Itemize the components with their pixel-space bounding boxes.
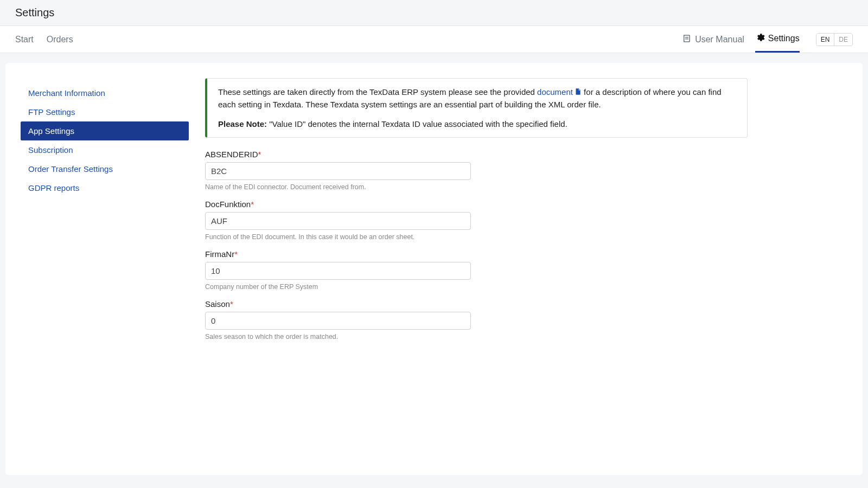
sidebar-item-ftp-settings[interactable]: FTP Settings bbox=[21, 102, 189, 121]
pdf-icon bbox=[574, 87, 582, 99]
nav-start[interactable]: Start bbox=[15, 35, 34, 44]
firmanr-input[interactable] bbox=[205, 262, 471, 280]
nav-left: Start Orders bbox=[15, 35, 73, 44]
absenderid-input[interactable] bbox=[205, 162, 471, 180]
required-mark: * bbox=[230, 299, 233, 309]
gear-icon bbox=[755, 33, 765, 44]
nav-right: User Manual Settings EN DE bbox=[682, 26, 853, 53]
content-card: Merchant Information FTP Settings App Se… bbox=[5, 63, 863, 475]
page-title: Settings bbox=[15, 7, 853, 19]
notice-note-text: "Value ID" denotes the internal Texdata … bbox=[267, 119, 567, 129]
field-help: Sales season to which the order is match… bbox=[205, 333, 748, 341]
sidebar-item-gdpr-reports[interactable]: GDPR reports bbox=[21, 178, 189, 197]
notice-note-label: Please Note: bbox=[218, 119, 267, 129]
field-absenderid: ABSENDERID* Name of the EDI connector. D… bbox=[205, 150, 748, 191]
field-help: Function of the EDI document. In this ca… bbox=[205, 233, 748, 241]
notice-box: These settings are taken directly from t… bbox=[205, 78, 748, 138]
sidebar: Merchant Information FTP Settings App Se… bbox=[21, 78, 189, 453]
field-saison: Saison* Sales season to which the order … bbox=[205, 299, 748, 341]
notice-line-1: These settings are taken directly from t… bbox=[218, 86, 736, 111]
notice-document-link[interactable]: document bbox=[537, 87, 582, 97]
field-label: DocFunktion* bbox=[205, 200, 748, 209]
book-icon bbox=[682, 34, 692, 46]
notice-line-2: Please Note: "Value ID" denotes the inte… bbox=[218, 118, 736, 130]
saison-input[interactable] bbox=[205, 312, 471, 330]
sidebar-item-subscription[interactable]: Subscription bbox=[21, 140, 189, 159]
lang-switch: EN DE bbox=[816, 33, 853, 46]
sidebar-item-order-transfer-settings[interactable]: Order Transfer Settings bbox=[21, 159, 189, 178]
required-mark: * bbox=[258, 150, 261, 159]
notice-text-a: These settings are taken directly from t… bbox=[218, 87, 537, 97]
field-label: FirmaNr* bbox=[205, 249, 748, 259]
main-column: These settings are taken directly from t… bbox=[205, 78, 748, 453]
nav-orders[interactable]: Orders bbox=[47, 35, 73, 44]
docfunktion-input[interactable] bbox=[205, 212, 471, 230]
header-bar: Settings bbox=[0, 0, 868, 26]
required-mark: * bbox=[234, 249, 238, 259]
lang-de-button[interactable]: DE bbox=[834, 34, 852, 46]
field-help: Company number of the ERP System bbox=[205, 283, 748, 291]
sidebar-item-label: Order Transfer Settings bbox=[28, 164, 113, 174]
lang-en-button[interactable]: EN bbox=[816, 34, 835, 46]
field-docfunktion: DocFunktion* Function of the EDI documen… bbox=[205, 200, 748, 241]
sidebar-item-merchant-information[interactable]: Merchant Information bbox=[21, 84, 189, 102]
field-label: Saison* bbox=[205, 299, 748, 309]
sidebar-item-label: FTP Settings bbox=[28, 107, 75, 117]
sidebar-item-label: GDPR reports bbox=[28, 183, 79, 192]
required-mark: * bbox=[251, 200, 254, 209]
sidebar-item-label: Merchant Information bbox=[28, 88, 105, 98]
nav-user-manual-label: User Manual bbox=[695, 35, 744, 44]
field-help: Name of the EDI connector. Document rece… bbox=[205, 183, 748, 191]
content-wrap: Merchant Information FTP Settings App Se… bbox=[0, 53, 868, 480]
nav-settings-label: Settings bbox=[768, 34, 800, 43]
nav-settings[interactable]: Settings bbox=[755, 26, 800, 53]
sidebar-item-label: Subscription bbox=[28, 145, 73, 155]
field-label: ABSENDERID* bbox=[205, 150, 748, 159]
sidebar-item-label: App Settings bbox=[28, 126, 74, 136]
nav-bar: Start Orders User Manual Settings EN DE bbox=[0, 26, 868, 53]
nav-user-manual[interactable]: User Manual bbox=[682, 27, 744, 52]
field-firmanr: FirmaNr* Company number of the ERP Syste… bbox=[205, 249, 748, 291]
sidebar-item-app-settings[interactable]: App Settings bbox=[21, 121, 189, 140]
